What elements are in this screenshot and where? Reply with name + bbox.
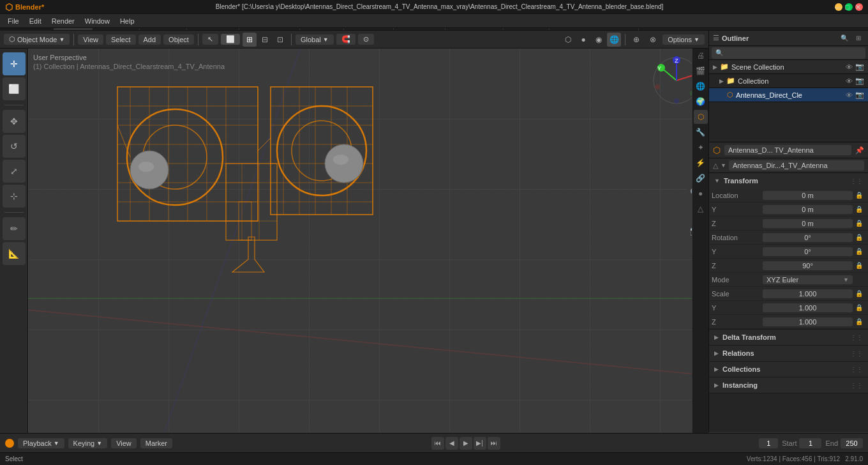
scale-y-input[interactable]: 1.000 <box>763 303 853 312</box>
current-frame[interactable]: 1 <box>759 438 778 448</box>
transform-icon2[interactable]: ⊟ <box>258 33 272 47</box>
close-button[interactable]: ✕ <box>855 3 863 11</box>
outliner-search-input[interactable]: 🔍 <box>712 47 865 59</box>
rotation-x-input[interactable]: 0° <box>763 233 853 242</box>
filter-icon[interactable]: 🔍 <box>839 33 850 44</box>
transform-options[interactable]: ⋮⋮ <box>850 178 863 185</box>
solid-icon[interactable]: ● <box>576 33 590 47</box>
minimize-button[interactable]: — <box>835 3 842 11</box>
mode-dropdown[interactable]: XYZ Euler ▼ <box>763 275 853 284</box>
view-menu-bottom[interactable]: View <box>111 438 137 448</box>
output-prop-tab[interactable]: 🖨 <box>694 49 708 63</box>
scale-x-input[interactable]: 1.000 <box>763 289 853 298</box>
particle-prop-tab[interactable]: ✦ <box>694 141 708 155</box>
menu-render[interactable]: Render <box>47 16 80 26</box>
location-x-lock[interactable]: 🔒 <box>853 192 865 199</box>
overlay-toggle[interactable]: ⊕ <box>629 33 643 47</box>
modifier-prop-tab[interactable]: 🔧 <box>694 125 708 139</box>
coll-vis[interactable]: 👁 <box>846 77 853 85</box>
measure-btn[interactable]: 📐 <box>3 242 26 265</box>
delta-transform-header[interactable]: ▶ Delta Transform ⋮⋮ <box>709 330 868 345</box>
playback-menu[interactable]: Playback ▼ <box>18 438 64 448</box>
view-menu[interactable]: View <box>78 34 103 45</box>
location-y-lock[interactable]: 🔒 <box>853 206 865 213</box>
material-prop-tab[interactable]: ● <box>694 187 708 201</box>
viewport-canvas[interactable]: User Perspective (1) Collection | Antenn… <box>28 49 708 433</box>
object-row-active[interactable]: ⬡ Antennas_Direct_Cle 👁 📷 <box>709 88 868 102</box>
rotation-z-lock[interactable]: 🔒 <box>853 262 865 269</box>
scale-btn[interactable]: ⤢ <box>3 160 26 183</box>
delta-options[interactable]: ⋮⋮ <box>850 334 863 341</box>
location-x-input[interactable]: 0 m <box>763 191 853 200</box>
add-menu[interactable]: Add <box>138 34 161 45</box>
collections-header[interactable]: ▶ Collections ⋮⋮ <box>709 362 868 377</box>
rotation-x-lock[interactable]: 🔒 <box>853 234 865 241</box>
visibility-icon[interactable]: 👁 <box>846 63 853 71</box>
obj-vis[interactable]: 👁 <box>846 91 853 99</box>
transform-header[interactable]: ▼ Transform ⋮⋮ <box>709 173 868 188</box>
transform-orientation[interactable]: Global ▼ <box>296 34 334 45</box>
rendered-icon[interactable]: 🌐 <box>607 33 621 47</box>
mode-selector[interactable]: ⬡ Object Mode ▼ <box>4 34 70 45</box>
rotate-btn[interactable]: ↺ <box>3 135 26 158</box>
window-controls[interactable]: — □ ✕ <box>835 3 863 11</box>
collection-row[interactable]: ▶ 📁 Collection 👁 📷 <box>709 74 868 88</box>
pin-icon[interactable]: 📌 <box>855 146 864 155</box>
transform-icon3[interactable]: ⊡ <box>273 33 287 47</box>
mesh-dropdown[interactable]: ▼ <box>721 162 726 169</box>
constraints-prop-tab[interactable]: 🔗 <box>694 171 708 185</box>
transform-btn[interactable]: ⊹ <box>3 185 26 208</box>
jump-start-btn[interactable]: ⏮ <box>431 437 444 450</box>
annotate-btn[interactable]: ✏ <box>3 217 26 240</box>
sort-icon[interactable]: ⊞ <box>853 33 864 44</box>
menu-window[interactable]: Window <box>80 16 115 26</box>
menu-file[interactable]: File <box>3 16 24 26</box>
prev-frame-btn[interactable]: ◀ <box>445 437 458 450</box>
scene-prop-tab[interactable]: 🌐 <box>694 79 708 93</box>
location-z-lock[interactable]: 🔒 <box>853 220 865 227</box>
cursor-tool[interactable]: ↖ <box>202 34 218 45</box>
coll-render[interactable]: 📷 <box>855 77 864 85</box>
cursor-tool-btn[interactable]: ✛ <box>3 52 26 75</box>
marker-menu[interactable]: Marker <box>140 438 172 448</box>
jump-end-btn[interactable]: ⏭ <box>488 437 500 450</box>
collections-options[interactable]: ⋮⋮ <box>850 366 863 373</box>
scale-z-input[interactable]: 1.000 <box>763 317 853 326</box>
world-prop-tab[interactable]: 🌍 <box>694 95 708 109</box>
gizmo-toggle[interactable]: ⊗ <box>646 33 660 47</box>
scale-x-lock[interactable]: 🔒 <box>853 290 865 297</box>
proportional-edit[interactable]: ⊙ <box>358 34 374 45</box>
maximize-button[interactable]: □ <box>845 3 853 11</box>
location-y-input[interactable]: 0 m <box>763 205 853 214</box>
keying-menu[interactable]: Keying ▼ <box>68 438 108 448</box>
transform-icon1[interactable]: ⊞ <box>243 33 257 47</box>
instancing-header[interactable]: ▶ Instancing ⋮⋮ <box>709 377 868 393</box>
rotation-y-lock[interactable]: 🔒 <box>853 248 865 255</box>
menu-edit[interactable]: Edit <box>24 16 47 26</box>
scene-collection-row[interactable]: ▶ 📁 Scene Collection 👁 📷 <box>709 60 868 74</box>
object-menu[interactable]: Object <box>163 34 194 45</box>
options-dropdown[interactable]: Options ▼ <box>662 34 705 45</box>
obj-render[interactable]: 📷 <box>855 91 864 99</box>
menu-help[interactable]: Help <box>115 16 140 26</box>
move-btn[interactable]: ✥ <box>3 110 26 133</box>
material-preview-icon[interactable]: ◉ <box>592 33 606 47</box>
next-frame-btn[interactable]: ▶| <box>474 437 486 450</box>
data-prop-tab[interactable]: △ <box>694 202 708 216</box>
rotation-z-input[interactable]: 90° <box>763 261 853 270</box>
rotation-y-input[interactable]: 0° <box>763 247 853 256</box>
physics-prop-tab[interactable]: ⚡ <box>694 156 708 170</box>
relations-header[interactable]: ▶ Relations ⋮⋮ <box>709 346 868 361</box>
frame-end-input[interactable]: 250 <box>841 438 863 448</box>
scale-y-lock[interactable]: 🔒 <box>853 304 865 311</box>
location-z-input[interactable]: 0 m <box>763 219 853 228</box>
play-btn[interactable]: ▶ <box>460 437 472 450</box>
scale-z-lock[interactable]: 🔒 <box>853 318 865 325</box>
object-prop-tab[interactable]: ⬡ <box>694 110 708 124</box>
instancing-options[interactable]: ⋮⋮ <box>850 382 863 389</box>
render-icon[interactable]: 📷 <box>855 63 864 71</box>
timeline-ruler[interactable] <box>28 432 868 433</box>
relations-options[interactable]: ⋮⋮ <box>850 350 863 357</box>
box-select-tool[interactable]: ⬜ <box>221 34 240 45</box>
select-box-btn[interactable]: ⬜ <box>3 77 26 100</box>
